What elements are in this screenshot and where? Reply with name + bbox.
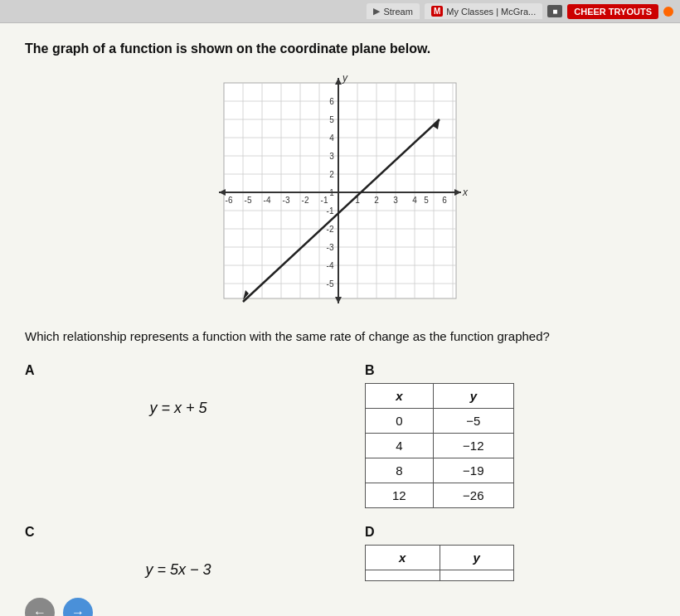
square-icon: ■ bbox=[552, 7, 557, 16]
tab-cheer-tryouts[interactable]: CHEER TRYOUTS bbox=[567, 4, 658, 19]
svg-text:5: 5 bbox=[329, 115, 334, 124]
table-b-row1-y: −5 bbox=[433, 408, 513, 433]
stream-icon: ▶ bbox=[373, 6, 380, 17]
choice-a-label: A bbox=[25, 363, 332, 378]
coordinate-plane: -6 -5 -4 -3 -2 -1 1 2 3 4 5 6 6 5 4 3 2 … bbox=[207, 75, 473, 307]
choice-d-label: D bbox=[365, 525, 375, 540]
svg-text:-5: -5 bbox=[245, 196, 252, 205]
svg-text:-2: -2 bbox=[327, 225, 334, 234]
svg-text:4: 4 bbox=[412, 196, 417, 205]
svg-text:-1: -1 bbox=[327, 206, 334, 216]
choice-d-table: x y bbox=[365, 545, 514, 581]
choices-grid: A y = x + 5 B x y 0 −5 bbox=[25, 363, 655, 581]
svg-text:-3: -3 bbox=[283, 196, 290, 205]
tab-myclasses-label: My Classes | McGra... bbox=[446, 7, 536, 17]
svg-marker-28 bbox=[335, 78, 342, 85]
table-b-header-x: x bbox=[366, 383, 434, 408]
choice-c[interactable]: C y = 5x − 3 bbox=[25, 525, 332, 581]
tab-myclasses[interactable]: M My Classes | McGra... bbox=[425, 3, 542, 19]
svg-rect-0 bbox=[224, 83, 456, 298]
svg-text:6: 6 bbox=[329, 97, 334, 106]
choice-b-table: x y 0 −5 4 −12 8 −19 bbox=[365, 383, 514, 508]
svg-text:y: y bbox=[342, 75, 348, 84]
coordinate-graph-svg: -6 -5 -4 -3 -2 -1 1 2 3 4 5 6 6 5 4 3 2 … bbox=[207, 75, 473, 307]
svg-text:4: 4 bbox=[329, 133, 334, 143]
table-row: 8 −19 bbox=[366, 458, 514, 483]
svg-text:2: 2 bbox=[329, 170, 334, 179]
svg-text:-6: -6 bbox=[226, 196, 233, 205]
table-d-header-x: x bbox=[366, 545, 440, 570]
notification-dot bbox=[663, 7, 673, 17]
svg-text:-5: -5 bbox=[327, 279, 334, 289]
svg-marker-29 bbox=[335, 297, 342, 303]
svg-text:5: 5 bbox=[424, 196, 429, 205]
table-b-row2-x: 4 bbox=[366, 433, 434, 458]
choice-c-label: C bbox=[25, 525, 332, 540]
table-row: 12 −26 bbox=[366, 483, 514, 507]
table-d-header-y: y bbox=[440, 545, 514, 570]
browser-tab-bar: ▶ Stream M My Classes | McGra... ■ CHEER… bbox=[0, 0, 680, 23]
myclasses-icon: M bbox=[431, 6, 443, 17]
svg-marker-26 bbox=[219, 189, 226, 196]
svg-text:1: 1 bbox=[329, 188, 334, 197]
choice-c-equation: y = 5x − 3 bbox=[25, 561, 332, 579]
table-b-row2-y: −12 bbox=[433, 433, 513, 458]
table-b-row4-x: 12 bbox=[366, 483, 434, 507]
svg-text:-4: -4 bbox=[327, 261, 334, 270]
svg-marker-25 bbox=[454, 189, 461, 196]
svg-text:3: 3 bbox=[329, 152, 334, 161]
table-b-row4-y: −26 bbox=[433, 483, 513, 507]
svg-text:3: 3 bbox=[393, 196, 398, 205]
table-b-row3-x: 8 bbox=[366, 458, 434, 483]
svg-text:6: 6 bbox=[442, 196, 447, 205]
table-d-empty-y bbox=[440, 570, 514, 580]
bottom-navigation: ← → bbox=[25, 598, 655, 616]
table-row: 0 −5 bbox=[366, 408, 514, 433]
next-button[interactable]: → bbox=[63, 598, 93, 616]
previous-button[interactable]: ← bbox=[25, 598, 55, 616]
table-d-empty-x bbox=[366, 570, 440, 580]
table-b-header-y: y bbox=[433, 383, 513, 408]
tab-stream-label: Stream bbox=[383, 7, 412, 17]
choice-b-label: B bbox=[365, 363, 375, 378]
choice-d[interactable]: D x y bbox=[348, 525, 655, 581]
svg-text:-2: -2 bbox=[302, 196, 309, 205]
svg-text:2: 2 bbox=[374, 196, 379, 205]
table-row: 4 −12 bbox=[366, 433, 514, 458]
svg-text:-3: -3 bbox=[327, 243, 334, 252]
tab-cheer-label: CHEER TRYOUTS bbox=[574, 7, 652, 17]
table-b-row3-y: −19 bbox=[433, 458, 513, 483]
choice-b[interactable]: B x y 0 −5 4 −12 bbox=[348, 363, 655, 508]
svg-text:-1: -1 bbox=[321, 196, 328, 205]
main-content: The graph of a function is shown on the … bbox=[0, 23, 680, 616]
svg-text:-4: -4 bbox=[264, 196, 271, 205]
graph-container: -6 -5 -4 -3 -2 -1 1 2 3 4 5 6 6 5 4 3 2 … bbox=[25, 75, 655, 307]
svg-text:x: x bbox=[462, 187, 469, 198]
table-b-row1-x: 0 bbox=[366, 408, 434, 433]
sub-question-text: Which relationship represents a function… bbox=[25, 327, 655, 347]
table-row bbox=[366, 570, 514, 580]
question-description: The graph of a function is shown on the … bbox=[25, 40, 655, 58]
choice-a-equation: y = x + 5 bbox=[25, 400, 332, 417]
tab-stream[interactable]: ▶ Stream bbox=[367, 3, 419, 19]
choice-a[interactable]: A y = x + 5 bbox=[25, 363, 332, 508]
